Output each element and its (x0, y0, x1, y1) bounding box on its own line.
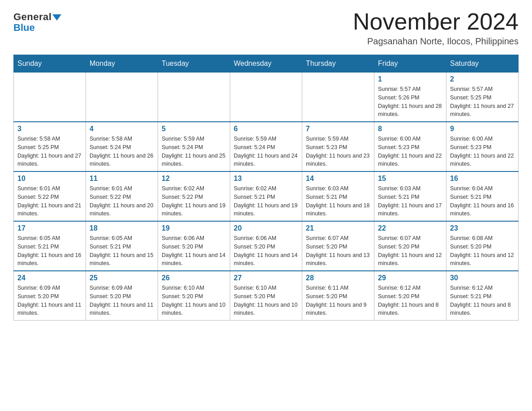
calendar-cell: 13Sunrise: 6:02 AM Sunset: 5:21 PM Dayli… (230, 171, 302, 221)
calendar-cell (302, 73, 374, 122)
day-info: Sunrise: 6:02 AM Sunset: 5:22 PM Dayligh… (162, 184, 226, 218)
day-number: 27 (234, 274, 298, 282)
calendar-cell: 1Sunrise: 5:57 AM Sunset: 5:26 PM Daylig… (374, 73, 446, 122)
day-info: Sunrise: 6:12 AM Sunset: 5:21 PM Dayligh… (450, 284, 515, 317)
day-info: Sunrise: 6:10 AM Sunset: 5:20 PM Dayligh… (234, 284, 298, 317)
logo: General Blue (13, 9, 61, 34)
calendar-cell: 19Sunrise: 6:06 AM Sunset: 5:20 PM Dayli… (158, 221, 230, 271)
day-number: 8 (378, 125, 442, 133)
calendar-cell: 17Sunrise: 6:05 AM Sunset: 5:21 PM Dayli… (14, 221, 86, 271)
calendar-cell: 9Sunrise: 6:00 AM Sunset: 5:23 PM Daylig… (446, 122, 519, 171)
calendar-cell: 2Sunrise: 5:57 AM Sunset: 5:25 PM Daylig… (446, 73, 519, 122)
title-block: November 2024 Pagsanahan Norte, Ilocos, … (353, 9, 519, 47)
day-number: 14 (306, 175, 370, 183)
day-number: 13 (234, 175, 298, 183)
day-info: Sunrise: 6:08 AM Sunset: 5:20 PM Dayligh… (450, 234, 515, 268)
calendar-header-day: Wednesday (230, 55, 302, 73)
day-info: Sunrise: 6:03 AM Sunset: 5:21 PM Dayligh… (306, 184, 370, 218)
calendar-cell: 15Sunrise: 6:03 AM Sunset: 5:21 PM Dayli… (374, 171, 446, 221)
calendar-header-day: Monday (86, 55, 158, 73)
day-info: Sunrise: 6:02 AM Sunset: 5:21 PM Dayligh… (234, 184, 298, 218)
calendar-cell: 5Sunrise: 5:59 AM Sunset: 5:24 PM Daylig… (158, 122, 230, 171)
day-info: Sunrise: 6:04 AM Sunset: 5:21 PM Dayligh… (450, 184, 515, 218)
calendar-cell: 28Sunrise: 6:11 AM Sunset: 5:20 PM Dayli… (302, 271, 374, 321)
day-number: 26 (162, 274, 226, 282)
calendar-cell: 22Sunrise: 6:07 AM Sunset: 5:20 PM Dayli… (374, 221, 446, 271)
calendar-week-row: 24Sunrise: 6:09 AM Sunset: 5:20 PM Dayli… (14, 271, 519, 321)
calendar-cell: 30Sunrise: 6:12 AM Sunset: 5:21 PM Dayli… (446, 271, 519, 321)
day-info: Sunrise: 6:06 AM Sunset: 5:20 PM Dayligh… (162, 234, 226, 268)
logo-blue-text: Blue (13, 22, 35, 34)
day-number: 17 (17, 224, 82, 232)
day-info: Sunrise: 6:09 AM Sunset: 5:20 PM Dayligh… (17, 284, 82, 317)
day-number: 22 (378, 224, 442, 232)
day-number: 1 (378, 75, 442, 83)
day-info: Sunrise: 5:58 AM Sunset: 5:24 PM Dayligh… (90, 135, 154, 168)
day-number: 7 (306, 125, 370, 133)
day-number: 11 (90, 175, 154, 183)
day-number: 16 (450, 175, 515, 183)
day-info: Sunrise: 6:03 AM Sunset: 5:21 PM Dayligh… (378, 184, 442, 218)
day-info: Sunrise: 5:59 AM Sunset: 5:24 PM Dayligh… (162, 135, 226, 168)
calendar-week-row: 3Sunrise: 5:58 AM Sunset: 5:25 PM Daylig… (14, 122, 519, 171)
calendar-cell: 27Sunrise: 6:10 AM Sunset: 5:20 PM Dayli… (230, 271, 302, 321)
day-info: Sunrise: 6:00 AM Sunset: 5:23 PM Dayligh… (450, 135, 515, 168)
calendar-week-row: 17Sunrise: 6:05 AM Sunset: 5:21 PM Dayli… (14, 221, 519, 271)
day-number: 9 (450, 125, 515, 133)
calendar-header-row: SundayMondayTuesdayWednesdayThursdayFrid… (14, 55, 519, 73)
day-number: 30 (450, 274, 515, 282)
day-info: Sunrise: 6:05 AM Sunset: 5:21 PM Dayligh… (17, 234, 82, 268)
day-number: 24 (17, 274, 82, 282)
day-number: 2 (450, 75, 515, 83)
day-info: Sunrise: 6:10 AM Sunset: 5:20 PM Dayligh… (162, 284, 226, 317)
calendar-header-day: Saturday (446, 55, 519, 73)
day-info: Sunrise: 6:05 AM Sunset: 5:21 PM Dayligh… (90, 234, 154, 268)
day-number: 4 (90, 125, 154, 133)
day-info: Sunrise: 6:06 AM Sunset: 5:20 PM Dayligh… (234, 234, 298, 268)
logo-general-text: General (13, 11, 61, 23)
calendar-table: SundayMondayTuesdayWednesdayThursdayFrid… (13, 55, 519, 321)
logo-arrow-icon (52, 14, 61, 21)
day-number: 25 (90, 274, 154, 282)
day-info: Sunrise: 6:12 AM Sunset: 5:20 PM Dayligh… (378, 284, 442, 317)
day-number: 15 (378, 175, 442, 183)
calendar-cell: 3Sunrise: 5:58 AM Sunset: 5:25 PM Daylig… (14, 122, 86, 171)
calendar-cell: 10Sunrise: 6:01 AM Sunset: 5:22 PM Dayli… (14, 171, 86, 221)
calendar-cell: 6Sunrise: 5:59 AM Sunset: 5:24 PM Daylig… (230, 122, 302, 171)
calendar-cell: 20Sunrise: 6:06 AM Sunset: 5:20 PM Dayli… (230, 221, 302, 271)
calendar-header-day: Sunday (14, 55, 86, 73)
calendar-cell (230, 73, 302, 122)
day-info: Sunrise: 5:59 AM Sunset: 5:24 PM Dayligh… (234, 135, 298, 168)
calendar-cell: 29Sunrise: 6:12 AM Sunset: 5:20 PM Dayli… (374, 271, 446, 321)
day-number: 6 (234, 125, 298, 133)
day-number: 23 (450, 224, 515, 232)
calendar-week-row: 1Sunrise: 5:57 AM Sunset: 5:26 PM Daylig… (14, 73, 519, 122)
day-info: Sunrise: 6:00 AM Sunset: 5:23 PM Dayligh… (378, 135, 442, 168)
calendar-cell: 11Sunrise: 6:01 AM Sunset: 5:22 PM Dayli… (86, 171, 158, 221)
calendar-cell (158, 73, 230, 122)
calendar-cell: 12Sunrise: 6:02 AM Sunset: 5:22 PM Dayli… (158, 171, 230, 221)
calendar-cell: 8Sunrise: 6:00 AM Sunset: 5:23 PM Daylig… (374, 122, 446, 171)
day-number: 10 (17, 175, 82, 183)
day-info: Sunrise: 5:57 AM Sunset: 5:26 PM Dayligh… (378, 85, 442, 119)
day-number: 19 (162, 224, 226, 232)
day-info: Sunrise: 6:01 AM Sunset: 5:22 PM Dayligh… (90, 184, 154, 218)
calendar-week-row: 10Sunrise: 6:01 AM Sunset: 5:22 PM Dayli… (14, 171, 519, 221)
day-info: Sunrise: 5:59 AM Sunset: 5:23 PM Dayligh… (306, 135, 370, 168)
calendar-cell: 4Sunrise: 5:58 AM Sunset: 5:24 PM Daylig… (86, 122, 158, 171)
calendar-cell: 18Sunrise: 6:05 AM Sunset: 5:21 PM Dayli… (86, 221, 158, 271)
page-header: General Blue November 2024 Pagsanahan No… (13, 9, 519, 47)
calendar-header-day: Tuesday (158, 55, 230, 73)
calendar-cell: 14Sunrise: 6:03 AM Sunset: 5:21 PM Dayli… (302, 171, 374, 221)
logo-general-label: General (13, 11, 51, 23)
calendar-cell: 26Sunrise: 6:10 AM Sunset: 5:20 PM Dayli… (158, 271, 230, 321)
calendar-cell: 21Sunrise: 6:07 AM Sunset: 5:20 PM Dayli… (302, 221, 374, 271)
day-number: 5 (162, 125, 226, 133)
day-info: Sunrise: 5:57 AM Sunset: 5:25 PM Dayligh… (450, 85, 515, 119)
day-number: 29 (378, 274, 442, 282)
location-subtitle: Pagsanahan Norte, Ilocos, Philippines (353, 36, 519, 47)
day-info: Sunrise: 6:01 AM Sunset: 5:22 PM Dayligh… (17, 184, 82, 218)
calendar-header-day: Friday (374, 55, 446, 73)
calendar-cell (14, 73, 86, 122)
day-info: Sunrise: 5:58 AM Sunset: 5:25 PM Dayligh… (17, 135, 82, 168)
